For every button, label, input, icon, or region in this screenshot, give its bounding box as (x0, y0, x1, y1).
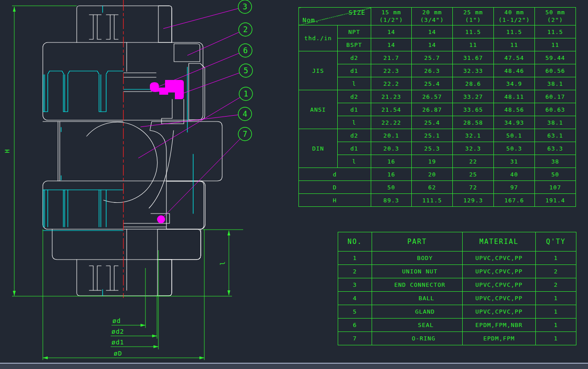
size-value-cell: 63.3 (535, 142, 576, 155)
corner-nom-label: Nom. (302, 17, 319, 25)
size-value-cell: 16 (371, 155, 412, 168)
size-value-cell: 20.3 (371, 142, 412, 155)
size-col-header: 20 mm(3/4") (412, 8, 453, 25)
part-material-cell: UPVC,CPVC,PP (463, 265, 536, 278)
table-row: 4BALLUPVC,CPVC,PP1 (338, 292, 576, 305)
table-row: BSPT1414111111 (299, 38, 576, 51)
row-group-label: ANSI (299, 90, 338, 129)
leader-6 (156, 53, 239, 88)
table-row: thd./inNPT141411.511.511.5 (299, 25, 576, 38)
parts-col-no: NO. (338, 232, 372, 252)
size-value-cell: 20 (412, 168, 453, 181)
row-group-label: thd./in (299, 25, 338, 51)
union-nut-bottom-section (166, 181, 204, 229)
end-connector-bottom-flange-section (157, 229, 201, 260)
size-value-cell: 60.63 (535, 103, 576, 116)
end-connector-bottom-section (157, 260, 172, 296)
size-value-cell: 22.2 (371, 77, 412, 90)
parts-table: NO. PART MATERIAL Q'TY 1BODYUPVC,CPVC,PP… (338, 232, 576, 345)
seat-face-lines (61, 6, 193, 296)
size-value-cell: 14 (371, 38, 412, 51)
part-name-cell: BODY (372, 252, 463, 265)
size-value-cell: 28.58 (453, 116, 494, 129)
part-name-cell: O-RING (372, 332, 463, 345)
part-name-cell: GLAND (372, 305, 463, 319)
size-value-cell: 22.22 (371, 116, 412, 129)
row-label: d1 (338, 142, 371, 155)
corner-size-label: SIZE (348, 9, 365, 17)
row-label: d1 (338, 103, 371, 116)
size-value-cell: 47.54 (494, 51, 535, 64)
size-value-cell: 63.1 (535, 129, 576, 142)
table-row: 1BODYUPVC,CPVC,PP1 (338, 252, 576, 265)
size-value-cell: 28.6 (453, 77, 494, 90)
seal (150, 80, 184, 99)
top-stub-threads (89, 15, 118, 39)
part-material-cell: EPDM,FPM (463, 332, 536, 345)
size-value-cell: 11 (494, 38, 535, 51)
size-value-cell: 11.5 (535, 25, 576, 38)
dim-D-label: øD (114, 350, 122, 357)
size-value-cell: 60.17 (535, 90, 576, 103)
size-value-cell: 14 (412, 38, 453, 51)
size-value-cell: 25 (453, 168, 494, 181)
size-value-cell: 32.3 (453, 142, 494, 155)
part-no-cell: 6 (338, 319, 372, 332)
table-row: d1620254050 (299, 168, 576, 181)
part-name-cell: SEAL (372, 319, 463, 332)
size-value-cell: 21.23 (371, 90, 412, 103)
size-value-cell: 167.6 (494, 194, 535, 207)
part-name-cell: END CONNECTOR (372, 278, 463, 292)
row-label: l (338, 77, 371, 90)
callout-balloon: 3 (238, 0, 252, 13)
row-label: NPT (338, 25, 371, 38)
part-qty-cell: 1 (536, 319, 576, 332)
parts-col-qty: Q'TY (536, 232, 576, 252)
size-value-cell: 89.3 (371, 194, 412, 207)
table-row: 5GLANDUPVC,CPVC,PP1 (338, 305, 576, 319)
dim-H-lines (12, 6, 232, 296)
size-table-header-row: SIZE Nom. 15 mm(1/2") 20 mm(3/4") 25 mm(… (299, 8, 576, 25)
table-row: D50627297107 (299, 181, 576, 194)
drawing-canvas[interactable]: 3265147 H l ød ød2 ød1 øD (0, 0, 294, 369)
taskbar-strip[interactable] (0, 363, 588, 369)
row-label: BSPT (338, 38, 371, 51)
valve-outlines (43, 6, 205, 296)
row-label: d2 (338, 90, 371, 103)
size-value-cell: 34.9 (494, 77, 535, 90)
size-value-cell: 33.65 (453, 103, 494, 116)
size-value-cell: 32.1 (453, 129, 494, 142)
elastomer-parts (150, 80, 184, 223)
row-group-label: JIS (299, 51, 338, 90)
section-hatching (150, 6, 222, 296)
body-left-outline (43, 122, 123, 181)
part-qty-cell: 1 (536, 305, 576, 319)
size-value-cell: 34.93 (494, 116, 535, 129)
leader-3 (163, 8, 238, 29)
size-value-cell: 31.67 (453, 51, 494, 64)
size-value-cell: 38.1 (535, 116, 576, 129)
nut-bottom-ribs (43, 190, 123, 231)
size-value-cell: 26.87 (412, 103, 453, 116)
size-value-cell: 25.4 (412, 116, 453, 129)
size-col-header: 50 mm(2") (535, 8, 576, 25)
callout-number: 7 (243, 130, 247, 138)
size-value-cell: 33.27 (453, 90, 494, 103)
size-value-cell: 22.3 (371, 64, 412, 77)
size-value-cell: 48.56 (494, 103, 535, 116)
part-no-cell: 5 (338, 305, 372, 319)
size-value-cell: 31 (494, 155, 535, 168)
size-value-cell: 11.5 (494, 25, 535, 38)
size-value-cell: 25.7 (412, 51, 453, 64)
parts-table-header-row: NO. PART MATERIAL Q'TY (338, 232, 576, 252)
part-material-cell: UPVC,CPVC,PP (463, 305, 536, 319)
leader-7 (162, 139, 240, 218)
callout-balloon: 2 (239, 23, 252, 36)
size-table-corner-cell: SIZE Nom. (299, 8, 371, 25)
row-group-label: DIN (299, 129, 338, 168)
parts-col-part: PART (372, 232, 463, 252)
table-row: d122.326.332.3348.4660.56 (299, 64, 576, 77)
size-value-cell: 40 (494, 168, 535, 181)
size-value-cell: 191.4 (535, 194, 576, 207)
part-no-cell: 2 (338, 265, 372, 278)
